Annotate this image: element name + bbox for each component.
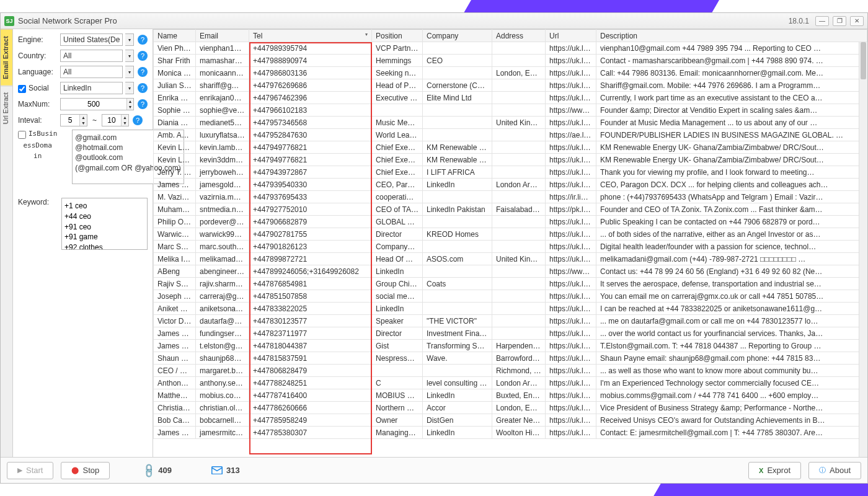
cell-url: https://uk.l… bbox=[546, 154, 596, 166]
help-icon[interactable]: ? bbox=[138, 67, 148, 77]
export-button[interactable]: X Exprot bbox=[748, 462, 801, 479]
table-row[interactable]: Warwick…warwick99…+447902781755DirectorK… bbox=[154, 228, 867, 241]
interval-from-input[interactable] bbox=[61, 116, 79, 125]
cell-desc: Vice President of Business Strategy &amp… bbox=[596, 402, 867, 414]
cell-url: https://uk.l… bbox=[546, 414, 596, 427]
table-row[interactable]: Sophie …sophie@ve…+447966102183https://w… bbox=[154, 104, 867, 117]
engine-dropdown-icon[interactable]: ▾ bbox=[125, 33, 134, 46]
help-icon[interactable]: ? bbox=[133, 115, 143, 125]
table-row[interactable]: Matthe…mobius.co…+447787416400MOBIUS …Li… bbox=[154, 389, 867, 402]
table-row[interactable]: CEO / C…margaret.b…+447806828479Richmond… bbox=[154, 365, 867, 377]
cell-address: Richmond, … bbox=[492, 365, 546, 377]
table-row[interactable]: Kevin La…kevin3ddm…+447949776821Chief Ex… bbox=[154, 154, 867, 166]
table-row[interactable]: Vien Ph…vienphan1…+447989395794VCP Partn… bbox=[154, 42, 867, 55]
cell-email: christian.ol… bbox=[196, 402, 249, 414]
table-row[interactable]: Diania El…medianet5…+447957346568Music M… bbox=[154, 117, 867, 129]
cell-tel: +447967462396 bbox=[249, 92, 372, 104]
col-name[interactable]: Name bbox=[154, 30, 196, 42]
table-row[interactable]: Amb. Ad…luxuryflatsa…+447952847630World … bbox=[154, 129, 867, 141]
table-row[interactable]: Jerry T. …jerryboweh…+447943972867Chief … bbox=[154, 166, 867, 179]
table-row[interactable]: Marc So…marc.south…+447901826123Company…… bbox=[154, 241, 867, 253]
cell-url: https://uk.l… bbox=[546, 241, 596, 253]
table-row[interactable]: James Fi…fundingser…+447823711977Directo… bbox=[154, 327, 867, 340]
help-icon[interactable]: ? bbox=[138, 35, 148, 45]
tab-email-extract[interactable]: Email Extract bbox=[1, 29, 12, 86]
table-row[interactable]: Muham…sntmedia.n…+447927752010CEO of TA…… bbox=[154, 203, 867, 216]
cell-url: https://ae.l… bbox=[546, 129, 596, 141]
table-row[interactable]: Shar Frithmamashars…+447988890974Hemming… bbox=[154, 55, 867, 67]
table-row[interactable]: Aniket S…aniketsona…+447833822025LinkedI… bbox=[154, 303, 867, 315]
table-row[interactable]: Anthony…anthony.set…+447788248251Clevel … bbox=[154, 377, 867, 389]
cell-email: shaunjp68… bbox=[196, 352, 249, 365]
table-row[interactable]: Monica …monicaann…+447986803136Seeking n… bbox=[154, 67, 867, 79]
table-row[interactable]: Rajiv Sh…rajiv.sharm…+447876854981Group … bbox=[154, 278, 867, 290]
minimize-button[interactable]: — bbox=[815, 16, 829, 26]
engine-select[interactable]: United States(De bbox=[60, 33, 123, 46]
col-url[interactable]: Url bbox=[546, 30, 596, 42]
table-row[interactable]: Christia…christian.ol…+447786260666North… bbox=[154, 402, 867, 414]
close-button[interactable]: ✕ bbox=[850, 16, 864, 26]
table-row[interactable]: James …jamesrmitc…+447785380307Managing…… bbox=[154, 427, 867, 439]
table-row[interactable]: James G…jamesgoldh…+447939540330CEO, Par… bbox=[154, 179, 867, 191]
cell-address bbox=[492, 241, 546, 253]
start-button[interactable]: ▶ Start bbox=[7, 462, 53, 479]
country-dropdown-icon[interactable]: ▾ bbox=[125, 50, 134, 62]
col-tel[interactable]: Tel▾ bbox=[249, 30, 372, 42]
interval-to-input[interactable] bbox=[102, 116, 121, 125]
table-row[interactable]: Julian S…shariff@gm…+447976269686Head of… bbox=[154, 79, 867, 92]
table-row[interactable]: Melika I…melikamad…+447899872721Head Of … bbox=[154, 253, 867, 265]
table-row[interactable]: ABengabengineer…+447899246056;+316499260… bbox=[154, 265, 867, 278]
table-row[interactable]: Joseph …carreraj@g…+447851507858social m… bbox=[154, 290, 867, 303]
cell-name: Diania El… bbox=[154, 117, 196, 129]
cell-email: fundingser… bbox=[196, 327, 249, 340]
spin-down-icon[interactable]: ▼ bbox=[127, 104, 133, 110]
scrollbar-thumb[interactable] bbox=[861, 42, 866, 79]
col-email[interactable]: Email bbox=[196, 30, 249, 42]
interval-label: Inteval: bbox=[18, 116, 58, 125]
cell-url: https://uk.l… bbox=[546, 166, 596, 179]
table-row[interactable]: Kevin La…kevin.lamb…+447949776821Chief E… bbox=[154, 141, 867, 154]
cell-email: luxuryflatsa… bbox=[196, 129, 249, 141]
table-row[interactable]: M. Vazir…vazirnia.m…+447937695433coopera… bbox=[154, 191, 867, 203]
cell-company: Elite Mind Ltd bbox=[423, 92, 492, 104]
maximize-button[interactable]: ❐ bbox=[833, 16, 846, 26]
language-dropdown-icon[interactable]: ▾ bbox=[125, 66, 134, 78]
cell-position: VCP Partn… bbox=[372, 42, 423, 55]
spin-up-icon[interactable]: ▲ bbox=[80, 115, 87, 120]
maxnum-input[interactable] bbox=[61, 100, 126, 108]
table-row[interactable]: Shaun P…shaunjp68…+447815837591Nespress…… bbox=[154, 352, 867, 365]
tab-url-extract[interactable]: Url Extract bbox=[1, 86, 12, 130]
cell-email: enrikajan05… bbox=[196, 92, 249, 104]
country-select[interactable]: All bbox=[60, 50, 123, 62]
spin-down-icon[interactable]: ▼ bbox=[122, 120, 128, 126]
col-description[interactable]: Description bbox=[596, 30, 867, 42]
cell-position: Group Chi… bbox=[372, 278, 423, 290]
isbusiness-checkbox[interactable] bbox=[18, 131, 26, 139]
cell-tel: +447927752010 bbox=[249, 203, 372, 216]
social-select[interactable]: LinkedIn bbox=[60, 82, 123, 94]
help-icon[interactable]: ? bbox=[138, 83, 148, 93]
table-row[interactable]: Victor D…dautarfa@…+447830123577Speaker"… bbox=[154, 315, 867, 327]
table-row[interactable]: Enrika Ja…enrikajan05…+447967462396Execu… bbox=[154, 92, 867, 104]
spin-up-icon[interactable]: ▲ bbox=[122, 115, 128, 120]
app-title: Social Network Scraper Pro bbox=[18, 16, 117, 25]
stop-button[interactable]: ⬤ Stop bbox=[61, 462, 110, 479]
col-company[interactable]: Company bbox=[423, 30, 492, 42]
cell-name: Vien Ph… bbox=[154, 42, 196, 55]
help-icon[interactable]: ? bbox=[138, 51, 148, 61]
vertical-scrollbar[interactable] bbox=[859, 42, 867, 457]
table-row[interactable]: James El…t.elston@g…+447818044387GistTra… bbox=[154, 340, 867, 352]
col-position[interactable]: Position bbox=[372, 30, 423, 42]
table-row[interactable]: Bob Car…bobcarnell…+447785958249OwnerDis… bbox=[154, 414, 867, 427]
keyword-input[interactable]: +1 ceo +44 ceo +91 ceo +91 game +92 clot… bbox=[61, 198, 148, 250]
about-button[interactable]: ⓘ About bbox=[808, 462, 861, 479]
spin-down-icon[interactable]: ▼ bbox=[80, 120, 87, 126]
social-checkbox[interactable] bbox=[18, 85, 26, 93]
table-row[interactable]: Philip Or…pordever@…+447906682879GLOBAL … bbox=[154, 216, 867, 228]
spin-up-icon[interactable]: ▲ bbox=[127, 99, 133, 104]
cell-desc: Shaun Payne email: shaunjp68@gmail.com p… bbox=[596, 352, 867, 365]
help-icon[interactable]: ? bbox=[138, 99, 148, 109]
col-address[interactable]: Address bbox=[492, 30, 546, 42]
language-select[interactable]: All bbox=[60, 66, 123, 78]
social-dropdown-icon[interactable]: ▾ bbox=[125, 82, 134, 94]
